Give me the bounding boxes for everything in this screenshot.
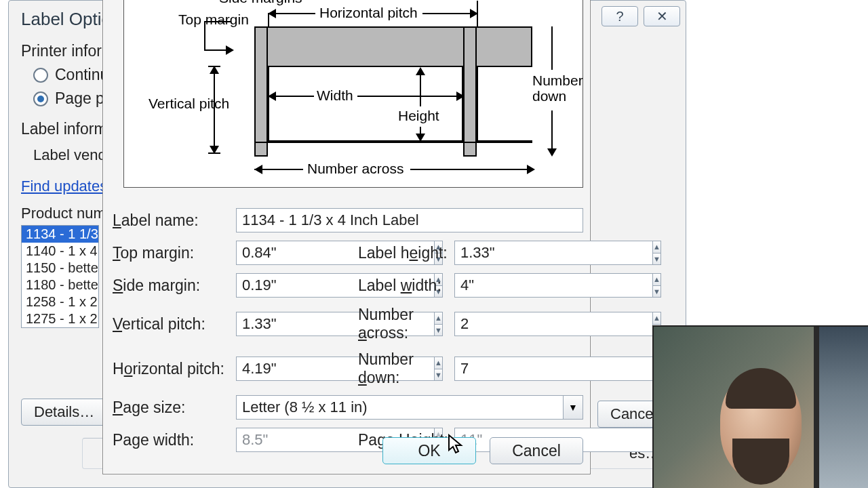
number-across-input[interactable]: [454, 312, 652, 336]
vertical-pitch-label: Vertical pitch:: [113, 315, 236, 333]
number-across-label: Number across:: [335, 306, 454, 342]
details-button[interactable]: Details…: [21, 399, 107, 426]
page-size-input[interactable]: [236, 395, 563, 420]
spin-up-icon[interactable]: ▲: [653, 312, 660, 324]
diagram-side-margins: Side margins: [219, 0, 302, 6]
help-button[interactable]: ?: [601, 6, 638, 26]
list-item[interactable]: 1258 - 1 x 2: [22, 293, 98, 310]
spin-down-icon[interactable]: ▼: [653, 253, 660, 265]
diagram-number-across: Number across: [307, 161, 403, 177]
label-width-spinner[interactable]: ▲▼: [454, 273, 553, 298]
page-size-label: Page size:: [113, 399, 236, 417]
number-across-spinner[interactable]: ▲▼: [454, 312, 553, 336]
label-height-spinner[interactable]: ▲▼: [454, 241, 553, 265]
label-name-input[interactable]: [236, 208, 583, 232]
top-margin-spinner[interactable]: ▲▼: [236, 241, 335, 265]
side-margin-label: Side margin:: [113, 277, 236, 295]
spin-down-icon[interactable]: ▼: [653, 285, 660, 298]
diagram-number-down: Number down: [532, 73, 583, 104]
horizontal-pitch-spinner[interactable]: ▲▼: [236, 357, 335, 381]
spin-up-icon[interactable]: ▲: [653, 274, 660, 285]
spin-up-icon[interactable]: ▲: [653, 241, 660, 253]
label-details-dialog: Side margins Top margin Horizontal pitch…: [102, 0, 591, 474]
list-item[interactable]: 1140 - 1 x 4: [22, 243, 98, 260]
diagram-horizontal-pitch: Horizontal pitch: [319, 5, 418, 21]
number-down-label: Number down:: [335, 350, 454, 387]
label-height-label: Label height:: [335, 244, 454, 262]
chevron-down-icon[interactable]: ▼: [563, 395, 583, 420]
number-down-spinner[interactable]: ▲▼: [454, 357, 553, 381]
find-updates-link[interactable]: Find updates: [21, 178, 107, 195]
label-name-label: Label name:: [113, 211, 236, 230]
radio-page-printers[interactable]: [33, 92, 48, 106]
close-icon: ✕: [656, 8, 668, 24]
label-diagram: Side margins Top margin Horizontal pitch…: [123, 0, 583, 188]
radio-continuous[interactable]: [33, 68, 48, 83]
label-width-label: Label width:: [335, 277, 454, 295]
number-down-input[interactable]: [454, 357, 652, 381]
ok-button[interactable]: OK: [382, 437, 476, 464]
list-item[interactable]: 1275 - 1 x 2: [22, 310, 98, 327]
list-item[interactable]: 1180 - bette: [22, 277, 98, 293]
help-icon: ?: [616, 9, 623, 24]
label-width-input[interactable]: [454, 273, 652, 298]
list-item[interactable]: 1134 - 1 1/3: [22, 226, 98, 243]
cancel-button[interactable]: Cancel: [490, 437, 583, 464]
vertical-pitch-spinner[interactable]: ▲▼: [236, 312, 335, 336]
webcam-overlay: [652, 325, 868, 488]
diagram-top-margin: Top margin: [178, 12, 249, 28]
horizontal-pitch-label: Horizontal pitch:: [113, 360, 236, 378]
close-button[interactable]: ✕: [644, 6, 680, 26]
diagram-width: Width: [317, 87, 353, 104]
top-margin-label: Top margin:: [113, 244, 236, 262]
diagram-vertical-pitch: Vertical pitch: [149, 96, 229, 112]
list-item[interactable]: 1150 - bette: [22, 260, 98, 277]
side-margin-spinner[interactable]: ▲▼: [236, 273, 335, 298]
diagram-height: Height: [398, 108, 439, 124]
product-number-list[interactable]: 1134 - 1 1/3 1140 - 1 x 4 1150 - bette 1…: [21, 225, 99, 328]
label-height-input[interactable]: [454, 241, 652, 265]
page-size-combo[interactable]: ▼: [236, 395, 583, 420]
